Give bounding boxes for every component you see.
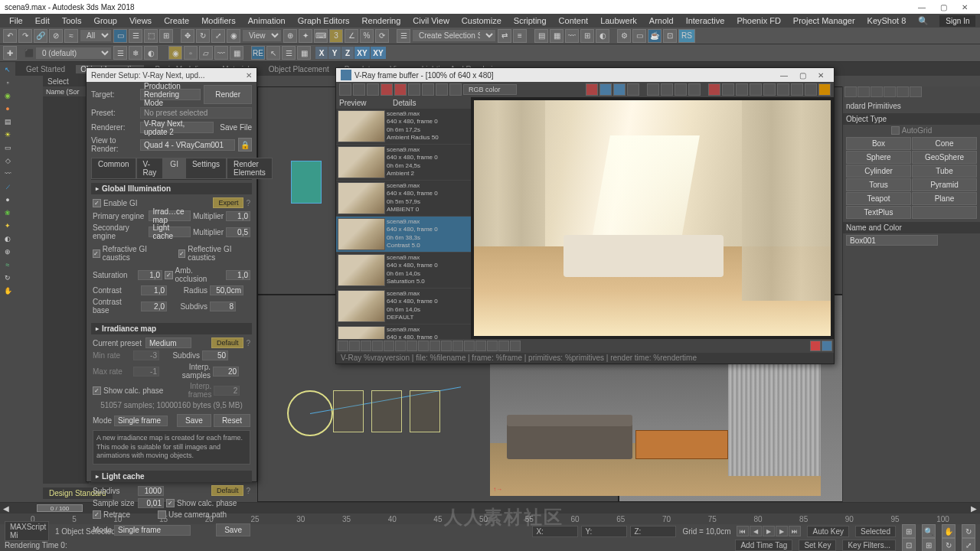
- placement-button[interactable]: ◉: [227, 29, 240, 43]
- fb-region-icon[interactable]: [586, 83, 598, 96]
- menu-arnold[interactable]: Arnold: [643, 16, 680, 25]
- menu-modifiers[interactable]: Modifiers: [195, 16, 242, 25]
- fb-tool1-icon[interactable]: [647, 83, 659, 96]
- snap-icon[interactable]: ⊕: [1, 246, 15, 258]
- fb-history-item[interactable]: scena9.max640 x 480, frame 00h 6m 14,0sS…: [336, 253, 471, 289]
- menu-file[interactable]: File: [3, 16, 29, 25]
- lc-subdivs-input[interactable]: 1000: [138, 486, 164, 496]
- ribbon-objectplacement[interactable]: Object Placement: [264, 65, 334, 73]
- toggle-ribbon-button[interactable]: ▦: [550, 29, 564, 43]
- arrow-button[interactable]: ↖: [266, 46, 280, 60]
- tab-hierarchy-icon[interactable]: [871, 86, 883, 97]
- pan-button[interactable]: ✋: [942, 524, 956, 538]
- fb-tool7-icon[interactable]: [736, 83, 748, 96]
- lc-retrace-checkbox[interactable]: ✓: [93, 510, 101, 519]
- subdivs-input[interactable]: 8: [210, 302, 236, 311]
- next-frame-button[interactable]: ▶: [776, 526, 788, 536]
- enable-gi-checkbox[interactable]: ✓: [93, 199, 101, 207]
- fb-channel-dropdown[interactable]: RGB color: [463, 84, 517, 95]
- layer-freeze-button[interactable]: ❄: [129, 46, 142, 60]
- fb-tool10-icon[interactable]: [777, 83, 789, 96]
- camera-icon[interactable]: ▭: [1, 142, 15, 154]
- tab-motion-icon[interactable]: [884, 86, 896, 97]
- lc-mode-dropdown[interactable]: Single frame: [114, 525, 191, 536]
- redo-button[interactable]: ↷: [18, 29, 32, 43]
- render-setup-button[interactable]: ⚙: [617, 29, 631, 43]
- fb-menu-icon[interactable]: [449, 83, 462, 96]
- scene-explorer[interactable]: Name (Sor: [43, 86, 89, 484]
- keyboard-shortcut-button[interactable]: ⌨: [314, 29, 328, 43]
- menu-views[interactable]: Views: [123, 16, 158, 25]
- primitive-sphere[interactable]: Sphere: [846, 151, 911, 164]
- dialog-titlebar[interactable]: Render Setup: V-Ray Next, upd... ✕: [87, 68, 256, 82]
- selection-filter[interactable]: All: [80, 29, 112, 42]
- menu-rendering[interactable]: Rendering: [356, 16, 407, 25]
- menu-scripting[interactable]: Scripting: [508, 16, 553, 25]
- orbit-icon[interactable]: ↻: [1, 272, 15, 284]
- pivot-button[interactable]: ⊕: [283, 29, 297, 43]
- fb-b2[interactable]: [349, 341, 360, 351]
- fb-history-item[interactable]: scena9.max640 x 480, frame 00h 6m 17,2sA…: [336, 109, 471, 145]
- menu-laubwerk[interactable]: Laubwerk: [594, 16, 643, 25]
- fb-b12[interactable]: [464, 341, 475, 351]
- object-type-header[interactable]: Object Type: [843, 113, 980, 125]
- named-selection-set[interactable]: Create Selection Se: [412, 29, 496, 42]
- renderer-dropdown[interactable]: V-Ray Next, update 2: [140, 122, 214, 133]
- layer-button[interactable]: ▤: [534, 29, 548, 43]
- link-button[interactable]: 🔗: [34, 29, 47, 43]
- menu-keyshot[interactable]: KeyShot 8: [861, 16, 913, 25]
- axis-y[interactable]: Y: [328, 47, 341, 59]
- im-mode-dropdown[interactable]: Single frame: [114, 416, 168, 426]
- fb-tool6-icon[interactable]: [722, 83, 734, 96]
- fb-clear-icon[interactable]: [367, 83, 379, 96]
- zoom-button[interactable]: 🔍: [922, 524, 936, 538]
- tab-display-icon[interactable]: [897, 86, 909, 97]
- radius-input[interactable]: 50,0cm: [210, 285, 243, 295]
- autokey-button[interactable]: Auto Key: [807, 526, 849, 537]
- dialog-close-icon[interactable]: ✕: [246, 71, 252, 80]
- orbit-button[interactable]: ↻: [962, 524, 975, 538]
- fb-cc-icon[interactable]: [810, 341, 821, 351]
- keyfilters-button[interactable]: Key Filters...: [842, 540, 896, 551]
- window-crossing-button[interactable]: ⊞: [159, 29, 173, 43]
- re-button[interactable]: RE: [251, 46, 265, 60]
- table-button[interactable]: ▦: [230, 46, 243, 60]
- fb-close-button[interactable]: ✕: [812, 71, 829, 80]
- fb-b1[interactable]: [338, 341, 348, 351]
- fb-history-item[interactable]: scena9.max640 x 480, frame 00h 6m 24,5sA…: [336, 145, 471, 181]
- primitive-cylinder[interactable]: Cylinder: [846, 165, 911, 178]
- fb-titlebar[interactable]: V-Ray frame buffer - [100% of 640 x 480]…: [336, 68, 834, 82]
- menu-projectmanager[interactable]: Project Manager: [787, 16, 861, 25]
- fb-tool13-icon[interactable]: [818, 83, 831, 96]
- sub-obj-button[interactable]: ▫: [184, 46, 198, 60]
- tab-vray[interactable]: V-Ray: [136, 158, 164, 179]
- tab-utilities-icon[interactable]: [910, 86, 922, 97]
- autogrid-checkbox[interactable]: [891, 126, 900, 135]
- zoom-extents-button[interactable]: ⊞: [902, 524, 916, 538]
- fb-b-icon[interactable]: [408, 83, 420, 96]
- fb-b10[interactable]: [441, 341, 452, 351]
- bone-icon[interactable]: ⟋: [1, 181, 15, 193]
- layer-dropdown[interactable]: 0 (default): [35, 47, 112, 60]
- fb-b11[interactable]: [452, 341, 463, 351]
- primitive-textplus[interactable]: TextPlus: [846, 206, 911, 219]
- material-editor-button[interactable]: ◐: [596, 29, 609, 43]
- menu-group[interactable]: Group: [87, 16, 123, 25]
- fb-b3[interactable]: [361, 341, 371, 351]
- fb-tool8-icon[interactable]: [750, 83, 762, 96]
- fb-tool5-icon[interactable]: [708, 83, 720, 96]
- layer-explorer-button[interactable]: ☰: [113, 46, 127, 60]
- axis-xy[interactable]: XY: [354, 47, 370, 59]
- minimize-button[interactable]: —: [911, 0, 933, 14]
- fb-tool2-icon[interactable]: [661, 83, 673, 96]
- perspective-viewport-content[interactable]: ↑→: [490, 364, 821, 496]
- search-icon[interactable]: 🔍: [912, 16, 935, 26]
- primitive-tube[interactable]: Tube: [912, 165, 977, 178]
- showcalc-checkbox[interactable]: ✓: [93, 386, 101, 395]
- fb-b4[interactable]: [372, 341, 383, 351]
- play-button[interactable]: ▶: [763, 526, 775, 536]
- primitive-cone[interactable]: Cone: [912, 137, 977, 150]
- lc-usecam-checkbox[interactable]: [158, 510, 166, 519]
- coord-y[interactable]: Y:: [581, 526, 627, 537]
- spinner-snap-button[interactable]: ⟳: [375, 29, 389, 43]
